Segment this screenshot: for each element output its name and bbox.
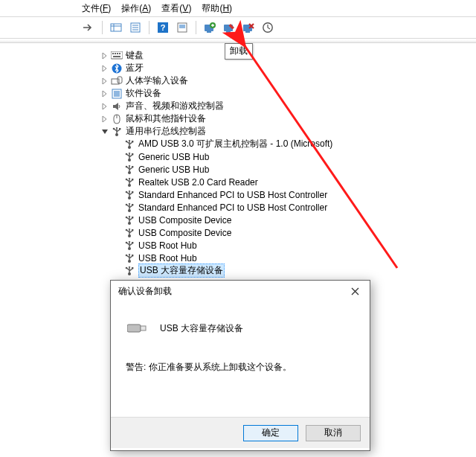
tree-item-usb-child[interactable]: Realtek USB 2.0 Card Reader — [0, 176, 476, 188]
separator — [149, 21, 149, 34]
tree-item-usb-child[interactable]: Standard Enhanced PCI to USB Host Contro… — [0, 201, 476, 214]
tree-item-software[interactable]: 软件设备 — [0, 87, 476, 100]
usb-device-icon — [127, 321, 148, 336]
tree-item-usb-child[interactable]: Standard Enhanced PCI to USB Host Contro… — [0, 188, 476, 201]
expand-icon[interactable] — [100, 63, 110, 74]
tree-item-usb-child[interactable]: USB Composite Device — [0, 214, 476, 226]
tree-item-usb-child[interactable]: Generic USB Hub — [0, 163, 476, 176]
svg-rect-0 — [111, 24, 121, 31]
hid-icon — [111, 75, 123, 87]
tree-label: USB Root Hub — [138, 253, 197, 263]
svg-point-60 — [126, 178, 128, 180]
menu-file[interactable]: 文件(F) — [82, 2, 111, 15]
keyboard-icon — [111, 50, 123, 62]
tree-item-hid[interactable]: 人体学输入设备 — [0, 74, 476, 87]
svg-rect-61 — [132, 179, 133, 180]
ok-button[interactable]: 确定 — [243, 425, 298, 441]
expand-icon[interactable] — [100, 89, 110, 99]
tree-item-usb-child[interactable]: USB Composite Device — [0, 226, 476, 239]
device-icon[interactable] — [174, 19, 190, 36]
usb-icon — [123, 189, 135, 201]
svg-text:?: ? — [161, 23, 166, 32]
dialog-device-name: USB 大容量存储设备 — [160, 322, 243, 335]
speaker-icon — [111, 100, 123, 112]
tree-item-usb-child[interactable]: Generic USB Hub — [0, 150, 476, 163]
menu-help[interactable]: 帮助(H) — [202, 2, 232, 15]
tree-item-mouse[interactable]: 鼠标和其他指针设备 — [0, 112, 476, 125]
tree-item-usb-child[interactable]: USB Root Hub — [0, 239, 476, 252]
svg-rect-27 — [118, 77, 122, 83]
usb-icon — [123, 151, 135, 163]
tree-item-usb-child[interactable]: USB Root Hub — [0, 252, 476, 264]
properties-icon[interactable] — [127, 19, 144, 36]
software-icon — [111, 88, 123, 100]
svg-rect-15 — [226, 31, 231, 33]
update-driver-icon[interactable] — [202, 19, 218, 36]
svg-point-84 — [126, 228, 128, 231]
show-hidden-icon[interactable] — [108, 19, 124, 36]
cancel-button[interactable]: 取消 — [306, 425, 361, 441]
dialog-warning: 警告: 你正准备要从系统上卸载这个设备。 — [126, 361, 356, 374]
collapse-icon[interactable] — [100, 127, 110, 137]
svg-rect-37 — [119, 128, 120, 130]
tree-label: Generic USB Hub — [138, 164, 209, 175]
dialog-title: 确认设备卸载 — [118, 285, 172, 298]
tree-item-usb-child[interactable]: AMD USB 3.0 可扩展主机控制器 - 1.0 (Microsoft) — [0, 138, 476, 150]
svg-rect-17 — [245, 31, 250, 33]
usb-icon — [123, 138, 135, 150]
svg-point-102 — [126, 266, 128, 269]
scan-hardware-icon[interactable] — [260, 19, 276, 36]
menu-action[interactable]: 操作(A) — [121, 2, 151, 15]
tree-item-bluetooth[interactable]: 蓝牙 — [0, 62, 476, 74]
disable-device-icon[interactable] — [221, 19, 237, 36]
svg-point-90 — [126, 241, 128, 243]
svg-point-36 — [113, 127, 115, 130]
svg-rect-19 — [111, 51, 123, 59]
bluetooth-icon — [111, 63, 123, 74]
svg-rect-97 — [132, 255, 133, 256]
svg-point-54 — [126, 165, 128, 167]
svg-rect-67 — [132, 191, 133, 193]
expand-icon[interactable] — [100, 114, 110, 124]
svg-rect-73 — [132, 204, 133, 205]
tree-item-sound[interactable]: 声音、视频和游戏控制器 — [0, 100, 476, 112]
tree-label: 蓝牙 — [126, 62, 144, 74]
usb-icon — [123, 227, 135, 239]
tree-label: Realtek USB 2.0 Card Reader — [138, 177, 258, 188]
svg-point-66 — [126, 191, 128, 193]
svg-rect-104 — [127, 325, 141, 332]
tree-label: USB Composite Device — [138, 228, 231, 238]
svg-rect-22 — [117, 53, 118, 54]
expand-icon[interactable] — [100, 76, 110, 86]
usb-icon — [123, 176, 135, 188]
svg-rect-29 — [114, 91, 120, 97]
mouse-icon — [111, 113, 123, 125]
tree-item-usb-child[interactable]: USB 大容量存储设备 — [0, 264, 476, 277]
help-icon[interactable]: ? — [155, 19, 171, 36]
usb-icon — [123, 164, 135, 176]
svg-point-42 — [126, 140, 128, 142]
dialog-titlebar[interactable]: 确认设备卸载 — [111, 281, 370, 301]
tree-label: 键盘 — [126, 49, 144, 62]
svg-rect-43 — [132, 141, 133, 142]
menu-view[interactable]: 查看(V) — [161, 2, 191, 15]
separator — [102, 21, 103, 34]
usb-controller-icon — [111, 126, 123, 138]
forward-icon[interactable] — [80, 19, 97, 36]
tree-item-keyboard[interactable]: 键盘 — [0, 49, 476, 62]
tree-label: 声音、视频和游戏控制器 — [126, 100, 224, 112]
uninstall-dialog: 确认设备卸载 USB 大容量存储设备 警告: 你正准备要从系统上卸载这个设备。 … — [110, 280, 370, 451]
tree-label: Standard Enhanced PCI to USB Host Contro… — [138, 202, 327, 213]
tree-label: USB Root Hub — [138, 240, 197, 251]
svg-rect-23 — [119, 53, 120, 54]
uninstall-device-icon[interactable] — [240, 19, 257, 36]
close-icon[interactable] — [344, 284, 365, 298]
svg-point-78 — [126, 216, 128, 218]
usb-icon — [123, 265, 135, 277]
svg-point-96 — [126, 254, 128, 256]
usb-icon — [123, 252, 135, 264]
expand-icon[interactable] — [100, 51, 110, 61]
svg-rect-85 — [132, 229, 133, 231]
tree-item-usb-controllers[interactable]: 通用串行总线控制器 — [0, 125, 476, 138]
expand-icon[interactable] — [100, 101, 110, 112]
